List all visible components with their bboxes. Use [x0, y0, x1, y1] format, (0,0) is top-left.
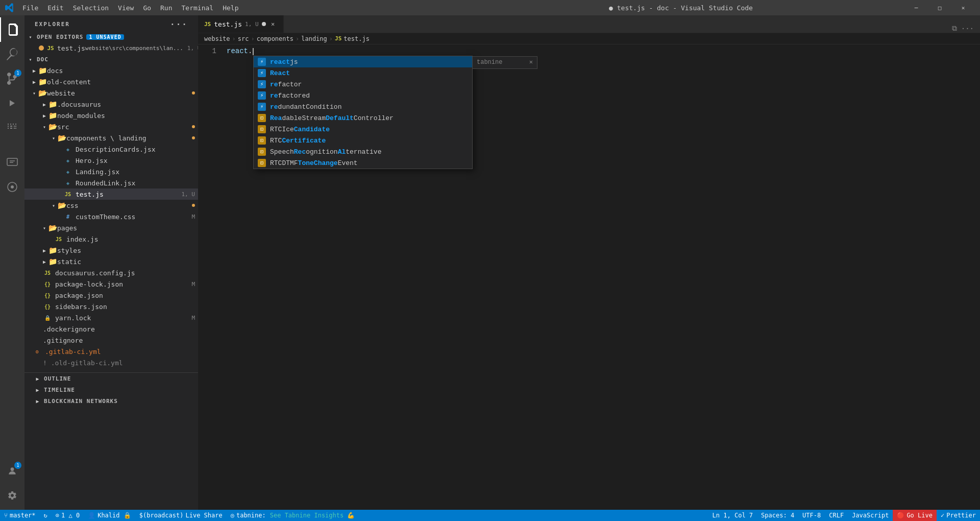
folder-icon: 📁 — [48, 246, 57, 254]
git-branch-item[interactable]: ⑂ master* — [0, 510, 40, 521]
tabnine-item[interactable]: ◎ tabnine: See Tabnine Insights 💪 — [227, 510, 359, 521]
ac-item-speech[interactable]: ⊡ SpeechRecognitionAlternative — [254, 146, 472, 157]
src-folder[interactable]: ▾ 📂 src — [24, 121, 198, 132]
line-ending-item[interactable]: CRLF — [825, 510, 848, 521]
activity-bar-bottom: 1 — [0, 459, 24, 510]
close-button[interactable]: ✕ — [951, 0, 975, 15]
custom-theme-file[interactable]: # customTheme.css M — [24, 211, 198, 222]
dockerignore-file[interactable]: .dockerignore — [24, 323, 198, 335]
tab-testjs[interactable]: JS test.js 1, U ✕ — [198, 15, 284, 33]
ac-item-redundant[interactable]: ⚡ redundantCondition — [254, 101, 472, 112]
website-folder[interactable]: ▾ 📂 website — [24, 87, 198, 99]
static-folder[interactable]: ▶ 📁 static — [24, 256, 198, 267]
components-landing-folder[interactable]: ▾ 📂 components \ landing — [24, 132, 198, 144]
rounded-link-file[interactable]: ◈ RoundedLink.jsx — [24, 177, 198, 188]
breadcrumb-components[interactable]: components — [257, 35, 293, 42]
menu-item-run[interactable]: Run — [156, 3, 176, 13]
styles-folder[interactable]: ▶ 📁 styles — [24, 245, 198, 256]
package-lock-file[interactable]: {} package-lock.json M — [24, 278, 198, 290]
sidebar-more-icon[interactable]: ··· — [170, 19, 188, 29]
package-json-file[interactable]: {} package.json — [24, 290, 198, 301]
prettier-item[interactable]: ✓ Prettier — [937, 510, 980, 521]
docusaurus-folder[interactable]: ▶ 📁 .docusaurus — [24, 99, 198, 110]
language-label: JavaScript — [852, 512, 889, 519]
open-editor-filename: test.js — [57, 44, 85, 52]
ac-item-rtcice[interactable]: ⊡ RTCIceCandidate — [254, 124, 472, 135]
ac-item-rtccert[interactable]: ⊡ RTCCertificate — [254, 135, 472, 146]
more-actions-icon[interactable]: ··· — [961, 25, 974, 33]
breadcrumb-landing[interactable]: landing — [301, 35, 327, 42]
menu-item-help[interactable]: Help — [218, 3, 242, 13]
docusaurus-config-file[interactable]: JS docusaurus.config.js — [24, 267, 198, 278]
liveshare-icon[interactable] — [0, 175, 24, 199]
explorer-icon[interactable] — [0, 17, 24, 42]
blockchain-section[interactable]: ▶ Blockchain Networks — [24, 395, 198, 407]
error-warning-label: 1 △ 0 — [61, 512, 80, 519]
menu-item-selection[interactable]: Selection — [69, 3, 113, 13]
cursor-position-item[interactable]: Ln 1, Col 7 — [708, 510, 757, 521]
source-control-icon[interactable]: 1 — [0, 66, 24, 91]
menu-item-view[interactable]: View — [114, 3, 138, 13]
go-live-item[interactable]: 🔴 Go Live — [893, 510, 937, 521]
old-content-folder[interactable]: ▶ 📁 old-content — [24, 76, 198, 87]
maximize-button[interactable]: □ — [928, 0, 951, 15]
code-line-1: react. — [227, 46, 980, 56]
description-cards-file[interactable]: ◈ DescriptionCards.jsx — [24, 144, 198, 155]
tab-close-button[interactable]: ✕ — [269, 20, 277, 28]
pages-folder[interactable]: ▾ 📂 pages — [24, 222, 198, 233]
autocomplete-dropdown[interactable]: tabnine ✕ ⚡ reactjs ⚡ React — [253, 56, 473, 169]
code-area[interactable]: react. tabnine ✕ ⚡ reactjs ⚡ — [223, 44, 980, 510]
breadcrumb-src[interactable]: src — [238, 35, 249, 42]
sync-item[interactable]: ↻ — [40, 510, 52, 521]
yarn-lock-file[interactable]: 🔒 yarn.lock M — [24, 312, 198, 323]
extensions-icon[interactable] — [0, 115, 24, 140]
landing-jsx-file[interactable]: ◈ Landing.jsx — [24, 166, 198, 177]
timeline-section[interactable]: ▶ Timeline — [24, 384, 198, 395]
gitlab-ci-file[interactable]: ⚙ .gitlab-ci.yml — [24, 346, 198, 357]
sidebar-content[interactable]: ▾ Open Editors 1 UNSAVED JS test.js webs… — [24, 31, 198, 510]
open-editor-testjs[interactable]: JS test.js website\src\components\lan...… — [24, 42, 198, 54]
ac-item-refactored[interactable]: ⚡ refactored — [254, 90, 472, 101]
search-icon[interactable] — [0, 42, 24, 66]
remote-icon[interactable] — [0, 150, 24, 175]
spaces-item[interactable]: Spaces: 4 — [757, 510, 798, 521]
hero-jsx-file[interactable]: ◈ Hero.jsx — [24, 155, 198, 166]
editor[interactable]: 1 react. tabnine ✕ ⚡ reactjs — [198, 44, 980, 510]
open-editors-header[interactable]: ▾ Open Editors 1 UNSAVED — [24, 31, 198, 42]
settings-icon[interactable] — [0, 483, 24, 508]
accounts-icon[interactable]: 1 — [0, 459, 24, 483]
breadcrumb-current-file: test.js — [344, 35, 370, 42]
node-modules-folder[interactable]: ▶ 📁 node_modules — [24, 110, 198, 121]
encoding-item[interactable]: UTF-8 — [798, 510, 825, 521]
menu-item-file[interactable]: File — [18, 3, 42, 13]
ac-item-refactor[interactable]: ⚡ refactor — [254, 79, 472, 90]
live-share-item[interactable]: $(broadcast) Live Share — [135, 510, 227, 521]
language-item[interactable]: JavaScript — [848, 510, 893, 521]
old-gitlab-ci-file[interactable]: ! .old-gitlab-ci.yml — [24, 357, 198, 368]
autocomplete-close-icon[interactable]: ✕ — [529, 58, 533, 67]
docs-folder[interactable]: ▶ 📁 docs — [24, 65, 198, 76]
minimize-button[interactable]: ─ — [904, 0, 928, 15]
menu-item-edit[interactable]: Edit — [43, 3, 67, 13]
svg-point-3 — [11, 467, 14, 471]
sidebars-json-file[interactable]: {} sidebars.json — [24, 301, 198, 312]
gitignore-file[interactable]: .gitignore — [24, 335, 198, 346]
ac-item-react[interactable]: ⚡ React — [254, 67, 472, 79]
error-warning-item[interactable]: ⊙ 1 △ 0 — [52, 510, 84, 521]
menu-item-go[interactable]: Go — [139, 3, 155, 13]
run-debug-icon[interactable] — [0, 91, 24, 115]
user-item[interactable]: 👤 Khalid 🔒 — [84, 510, 135, 521]
breadcrumb-website[interactable]: website — [204, 35, 230, 42]
tabnine-insights-label[interactable]: See Tabnine Insights 💪 — [270, 512, 355, 519]
split-editor-icon[interactable]: ⧉ — [952, 24, 957, 33]
ac-item-rtcdtmf[interactable]: ⊡ RTCDTMFToneChangeEvent — [254, 157, 472, 169]
ac-item-readable[interactable]: ⊡ ReadableStreamDefaultController — [254, 112, 472, 124]
docs-chevron: ▶ — [33, 68, 36, 74]
ac-item-reactjs[interactable]: ⚡ reactjs — [254, 56, 472, 67]
menu-item-terminal[interactable]: Terminal — [178, 3, 218, 13]
index-js-file[interactable]: JS index.js — [24, 233, 198, 245]
outline-section[interactable]: ▶ Outline — [24, 373, 198, 384]
test-js-file[interactable]: JS test.js 1, U — [24, 188, 198, 200]
css-folder[interactable]: ▾ 📂 css — [24, 200, 198, 211]
doc-section-header[interactable]: ▾ DOC — [24, 54, 198, 65]
